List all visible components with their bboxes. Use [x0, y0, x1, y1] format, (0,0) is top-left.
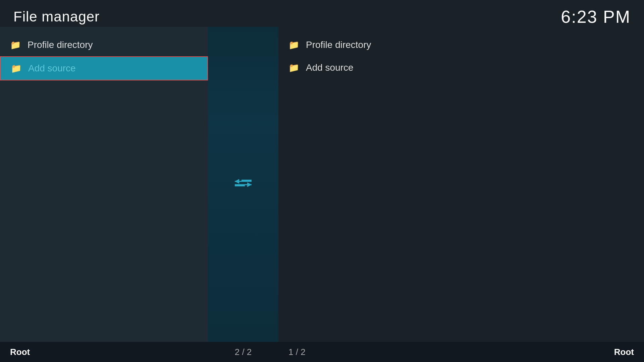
swap-icon	[233, 176, 253, 193]
folder-icon: 📁	[10, 40, 21, 50]
right-add-source-label: Add source	[306, 62, 354, 73]
right-profile-directory-label: Profile directory	[306, 40, 371, 50]
center-divider	[208, 27, 278, 342]
svg-marker-2	[235, 179, 239, 184]
left-profile-directory-label: Profile directory	[28, 40, 93, 50]
footer-center: 2 / 2	[208, 347, 278, 357]
right-panel: 📁 Profile directory 📁 Add source	[278, 27, 644, 342]
main-layout: 📁 Profile directory 📁 Add source	[0, 27, 644, 342]
svg-marker-3	[247, 182, 252, 187]
left-panel: 📁 Profile directory 📁 Add source	[0, 27, 208, 342]
clock: 6:23 PM	[561, 7, 631, 27]
left-spacer	[0, 188, 208, 342]
left-file-list: 📁 Profile directory 📁 Add source	[0, 27, 208, 188]
folder-add-icon: 📁	[11, 63, 21, 74]
left-add-source-label: Add source	[28, 63, 76, 74]
right-footer-count: 1 / 2	[288, 347, 306, 357]
left-profile-directory-item[interactable]: 📁 Profile directory	[0, 34, 208, 56]
right-spacer	[278, 188, 644, 342]
right-profile-directory-item[interactable]: 📁 Profile directory	[278, 34, 644, 56]
left-footer-count: 2 / 2	[235, 347, 252, 357]
right-folder-icon-1: 📁	[288, 40, 299, 50]
right-add-source-item[interactable]: 📁 Add source	[278, 56, 644, 79]
right-footer-label: Root	[614, 347, 634, 357]
footer: Root 2 / 2 1 / 2 Root	[0, 342, 644, 362]
left-footer-label: Root	[10, 347, 30, 357]
left-add-source-item[interactable]: 📁 Add source	[0, 56, 208, 80]
footer-right: 1 / 2 Root	[278, 347, 644, 357]
right-file-list: 📁 Profile directory 📁 Add source	[278, 27, 644, 188]
footer-left: Root	[0, 347, 208, 357]
right-folder-icon-2: 📁	[288, 63, 299, 73]
app-title: File manager	[13, 9, 100, 25]
